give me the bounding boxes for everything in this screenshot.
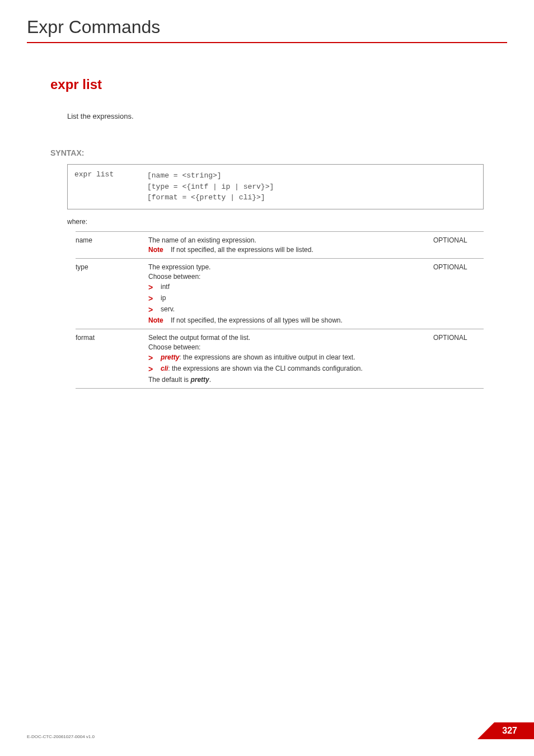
chevron-icon: > bbox=[148, 353, 161, 362]
bullet-text: serv. bbox=[161, 305, 428, 313]
note-text: If not specified, all the expressions wi… bbox=[171, 246, 428, 254]
param-optional-cell: OPTIONAL bbox=[433, 329, 484, 388]
emphasized-term: pretty bbox=[161, 353, 179, 361]
param-desc-cell: Select the output format of the list. Ch… bbox=[143, 329, 433, 388]
chevron-icon: > bbox=[148, 283, 161, 292]
footer-document-id: E-DOC-CTC-20061027-0004 v1.0 bbox=[27, 734, 95, 739]
emphasized-term: pretty bbox=[190, 376, 209, 384]
param-name-cell: name bbox=[76, 231, 143, 258]
triangle-decoration bbox=[477, 722, 494, 739]
param-desc-text: Choose between: bbox=[148, 343, 428, 351]
bullet-text: cli: the expressions are shown via the C… bbox=[161, 365, 428, 372]
param-desc-text: Select the output format of the list. bbox=[148, 334, 428, 342]
description-text: List the expressions. bbox=[67, 112, 484, 120]
param-desc-text: The expression type. bbox=[148, 263, 428, 271]
where-label: where: bbox=[67, 218, 484, 226]
page-number-wrap: 327 bbox=[477, 722, 534, 739]
chevron-icon: > bbox=[148, 365, 161, 374]
bullet-text: pretty: the expressions are shown as int… bbox=[161, 353, 428, 361]
bullet-item: > ip bbox=[148, 294, 428, 303]
bullet-item: > cli: the expressions are shown via the… bbox=[148, 365, 428, 374]
note-row: Note If not specified, all the expressio… bbox=[148, 246, 428, 254]
note-row: Note If not specified, the expressions o… bbox=[148, 316, 428, 324]
page-number: 327 bbox=[494, 722, 534, 739]
note-label: Note bbox=[148, 316, 171, 324]
syntax-arg-line: [format = <{pretty | cli}>] bbox=[147, 192, 476, 203]
bullet-rest: : the expressions are shown as intuitive… bbox=[179, 353, 355, 361]
footer: E-DOC-CTC-20061027-0004 v1.0 327 bbox=[0, 722, 534, 739]
chevron-icon: > bbox=[148, 305, 161, 314]
syntax-args: [name = <string>] [type = <{intf | ip | … bbox=[147, 170, 476, 203]
param-name-cell: format bbox=[76, 329, 143, 388]
param-optional-cell: OPTIONAL bbox=[433, 258, 484, 329]
syntax-arg-line: [type = <{intf | ip | serv}>] bbox=[147, 181, 476, 193]
table-row: format Select the output format of the l… bbox=[76, 329, 484, 388]
parameter-table: name The name of an existing expression.… bbox=[76, 231, 484, 389]
content-area: expr list List the expressions. SYNTAX: … bbox=[0, 77, 534, 389]
section-heading: expr list bbox=[50, 77, 484, 92]
syntax-command: expr list bbox=[74, 170, 147, 203]
bullet-text: ip bbox=[161, 294, 428, 302]
title-underline bbox=[27, 42, 507, 43]
syntax-label: SYNTAX: bbox=[50, 148, 484, 157]
param-desc-text: Choose between: bbox=[148, 273, 428, 281]
note-label: Note bbox=[148, 246, 171, 254]
page-title: Expr Commands bbox=[0, 0, 534, 42]
param-name-cell: type bbox=[76, 258, 143, 329]
syntax-arg-line: [name = <string>] bbox=[147, 170, 476, 181]
emphasized-term: cli bbox=[161, 365, 168, 372]
bullet-item: > intf bbox=[148, 283, 428, 292]
chevron-icon: > bbox=[148, 294, 161, 303]
table-row: type The expression type. Choose between… bbox=[76, 258, 484, 329]
syntax-box: expr list [name = <string>] [type = <{in… bbox=[67, 164, 484, 209]
note-text: If not specified, the expressions of all… bbox=[171, 316, 428, 324]
param-desc-text: The name of an existing expression. bbox=[148, 236, 428, 244]
param-desc-cell: The expression type. Choose between: > i… bbox=[143, 258, 433, 329]
param-desc-cell: The name of an existing expression. Note… bbox=[143, 231, 433, 258]
table-row: name The name of an existing expression.… bbox=[76, 231, 484, 258]
bullet-item: > serv. bbox=[148, 305, 428, 314]
bullet-item: > pretty: the expressions are shown as i… bbox=[148, 353, 428, 362]
default-text: The default is pretty. bbox=[148, 376, 428, 384]
bullet-rest: : the expressions are shown via the CLI … bbox=[168, 365, 363, 372]
param-optional-cell: OPTIONAL bbox=[433, 231, 484, 258]
bullet-text: intf bbox=[161, 283, 428, 291]
